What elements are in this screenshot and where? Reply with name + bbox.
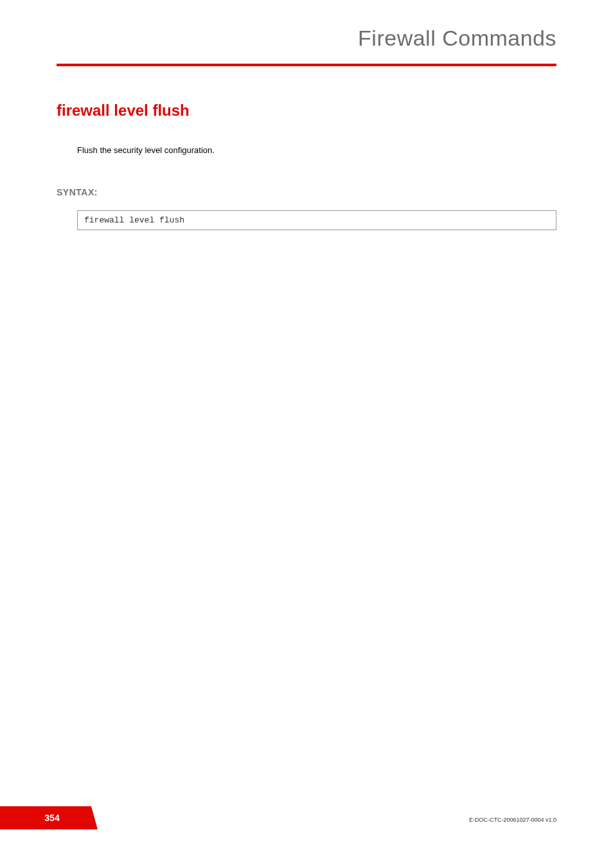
command-title: firewall level flush: [57, 102, 556, 120]
syntax-label: SYNTAX:: [57, 187, 556, 197]
page-number: 354: [44, 813, 59, 823]
page-footer: 354 E-DOC-CTC-20061027-0004 v1.0: [0, 806, 613, 829]
command-description: Flush the security level configuration.: [77, 145, 556, 155]
page-number-tab: 354: [0, 806, 91, 829]
page-header: Firewall Commands: [0, 0, 613, 64]
content-area: firewall level flush Flush the security …: [0, 66, 613, 230]
section-title: Firewall Commands: [0, 26, 556, 51]
syntax-code: firewall level flush: [84, 215, 184, 225]
syntax-box: firewall level flush: [77, 210, 556, 230]
document-id: E-DOC-CTC-20061027-0004 v1.0: [469, 817, 556, 823]
